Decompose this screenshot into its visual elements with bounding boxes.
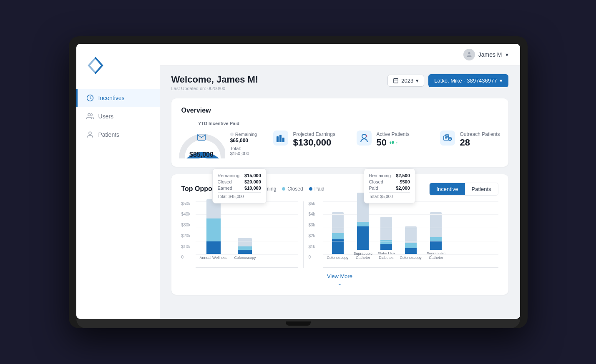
laptop-notch (286, 321, 311, 326)
svg-rect-14 (440, 131, 455, 146)
view-more-section: View More ⌄ (181, 273, 498, 286)
page-header: Welcome, James M! Last Updated on: 00/00… (171, 74, 508, 91)
outreach-icon (440, 131, 455, 148)
closed-segment (206, 218, 221, 241)
projected-icon (273, 131, 288, 148)
projected-value: $130,000 (293, 137, 335, 148)
right-bars-row: Colonoscopy (323, 201, 498, 260)
active-patients-badge: +6 ↑ (389, 140, 398, 145)
colonoscopy-right-label: Colonoscopy (327, 256, 349, 260)
annual-wellness-tooltip: Remaining $15,000 Closed $20,000 (212, 168, 267, 203)
patients-tab[interactable]: Patients (465, 183, 498, 195)
overview-card: Overview YTD Incentive Paid (171, 98, 508, 167)
last-updated: Last Updated on: 00/00/00 (171, 86, 259, 91)
grid-line-bottom (196, 267, 298, 268)
sidebar-item-patients[interactable]: Patients (76, 126, 160, 144)
suprapubic-bar[interactable]: Remaining $2,500 Closed $500 (354, 191, 373, 260)
provider-chevron: ▾ (500, 78, 503, 84)
right-chart-inner: $5k $4k $3k $2k $1k 0 (309, 201, 498, 268)
remaining-value: $65,000 (230, 138, 260, 143)
donut-chart: $85,000 (178, 129, 225, 158)
overview-grid: YTD Incentive Paid (181, 121, 498, 158)
legend-paid: Paid (309, 186, 324, 192)
colonoscopy2-bar[interactable]: Colonoscopy (400, 196, 422, 260)
left-chart: $50k $40k $30k $20k $10k 0 (181, 201, 298, 268)
overview-title: Overview (181, 107, 498, 114)
provider-select[interactable]: Latko, Mike - 3897436977 ▾ (428, 74, 508, 87)
view-more-chevron: ⌄ (337, 280, 342, 286)
ytd-amount: $85,000 (189, 151, 214, 158)
charts-container: $50k $40k $30k $20k $10k 0 (181, 201, 498, 268)
sidebar-item-incentives-label: Incentives (98, 95, 125, 101)
suprapubic2-bar[interactable]: SuprapubicCatheter (427, 191, 446, 260)
active-patients-value: 50 +6 ↑ (377, 137, 410, 148)
right-colonoscopy-bar[interactable]: Colonoscopy (327, 196, 349, 260)
projected-earnings-stat: Projected Earnings $130,000 (273, 131, 340, 148)
closed-legend-dot (282, 187, 285, 191)
colonoscopy2-label: Colonoscopy (400, 256, 422, 260)
opportunities-card: Top Opportunities Remaining Closed (171, 174, 508, 295)
suprapubic-tooltip: Remaining $2,500 Closed $500 (364, 168, 415, 203)
closed-seg (238, 246, 252, 250)
laptop-container: Incentives Users (69, 36, 528, 328)
colonoscopy-bar-group-left[interactable]: Colonoscopy (234, 196, 256, 260)
projected-label: Projected Earnings (293, 131, 335, 137)
user-menu[interactable]: James M ▾ (463, 49, 508, 60)
active-patients-stat: Active Patients 50 +6 ↑ (357, 131, 423, 148)
donut-icon (197, 133, 206, 144)
sidebar-item-users-label: Users (98, 113, 114, 120)
svg-point-2 (89, 132, 91, 134)
year-chevron: ▾ (416, 78, 419, 84)
user-dropdown-icon: ▾ (505, 51, 508, 58)
main-content: James M ▾ Welcome, James M! Last Updated… (160, 44, 520, 319)
outreach-stat: Outreach Patients 28 (440, 131, 507, 148)
right-chart: $5k $4k $3k $2k $1k 0 (309, 201, 498, 268)
patients-icon (86, 131, 94, 139)
closed-legend-label: Closed (287, 186, 303, 192)
left-bars-area: Remaining $15,000 Closed $20,000 (196, 201, 298, 268)
svg-rect-11 (282, 138, 284, 142)
outreach-value: 28 (460, 137, 500, 148)
sidebar: Incentives Users (76, 44, 160, 319)
screen: Incentives Users (76, 44, 520, 319)
view-more-link[interactable]: View More ⌄ (181, 273, 498, 286)
donut-section: YTD Incentive Paid (181, 121, 257, 158)
svg-rect-10 (279, 135, 282, 142)
annual-wellness-bar-group[interactable]: Remaining $15,000 Closed $20,000 (200, 196, 228, 260)
remaining-legend: Remaining (230, 132, 260, 137)
avatar (463, 49, 475, 60)
paid-legend-dot (309, 187, 312, 191)
remaining-label: Remaining (235, 132, 257, 137)
svg-rect-9 (277, 136, 279, 142)
annual-wellness-bar (206, 196, 221, 254)
statin-label: Statin UseDiabetes (377, 251, 395, 260)
suprapubic2-label: SuprapubicCatheter (427, 251, 446, 260)
annual-wellness-label: Annual Wellness (200, 256, 228, 260)
sidebar-item-incentives[interactable]: Incentives (76, 89, 160, 107)
total-label: Total: $150,000 (230, 146, 260, 156)
svg-rect-4 (394, 78, 398, 83)
colonoscopy-label-left: Colonoscopy (234, 256, 256, 260)
users-icon (86, 112, 94, 120)
page-content: Welcome, James M! Last Updated on: 00/00… (160, 66, 520, 311)
header-controls: 2023 ▾ Latko, Mike - 3897436977 ▾ (387, 74, 508, 87)
remaining-seg (238, 238, 252, 246)
user-name: James M (478, 51, 502, 58)
year-select[interactable]: 2023 ▾ (387, 75, 424, 87)
y-axis-left: $50k $40k $30k $20k $10k 0 (181, 201, 196, 260)
paid-seg (238, 250, 252, 254)
left-chart-inner: $50k $40k $30k $20k $10k 0 (181, 201, 298, 268)
colonoscopy-bar (238, 196, 252, 254)
right-bars-area: Colonoscopy (323, 201, 498, 268)
sidebar-item-users[interactable]: Users (76, 107, 160, 126)
chart-divider (303, 201, 304, 268)
logo (76, 52, 160, 89)
topbar: James M ▾ (160, 44, 520, 66)
paid-segment (206, 241, 221, 254)
svg-point-1 (88, 113, 90, 116)
page-title: Welcome, James M! (171, 74, 259, 85)
view-more-text: View More (327, 273, 352, 279)
y-axis-right: $5k $4k $3k $2k $1k 0 (309, 201, 323, 260)
paid-legend-label: Paid (314, 186, 324, 192)
sidebar-item-patients-label: Patients (98, 131, 120, 138)
